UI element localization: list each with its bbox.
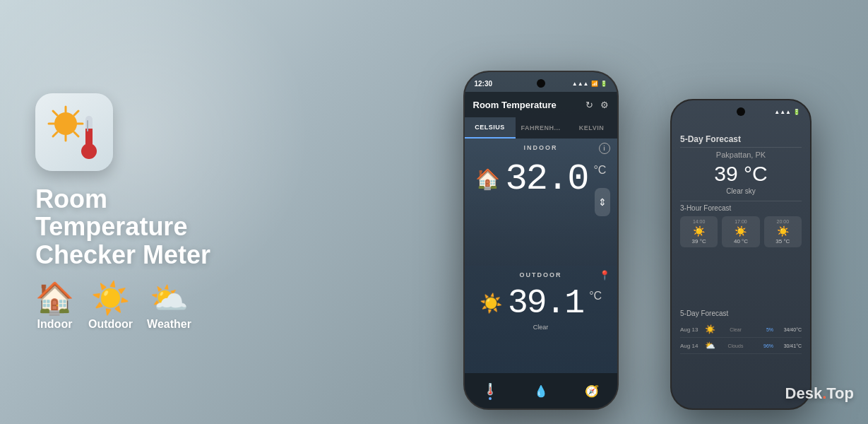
day-icon-1: ☀️ <box>705 324 715 334</box>
back-phone-screen: ▲▲▲ 🔋 5-Day Forecast Pakpattan, PK 39 °C… <box>672 100 810 408</box>
day-temps-2: 30/41°C <box>773 343 802 348</box>
nav-humidity[interactable]: 💧 <box>516 373 566 408</box>
sun-temp-icon: ☀️ <box>480 293 502 314</box>
hour-temp-1: 39 °C <box>692 238 706 245</box>
wifi-icon: 📶 <box>591 81 598 87</box>
info-button[interactable]: i <box>599 143 610 154</box>
compass-nav-icon: 🧭 <box>585 384 599 398</box>
app-header: Room Temperature ↻ ⚙ <box>465 92 617 117</box>
day-date-1: Aug 13 <box>680 326 705 333</box>
weather-icon: ⛅ <box>150 283 189 314</box>
app-header-title: Room Temperature <box>473 100 557 110</box>
home-temp-icon: 🏠 <box>475 167 500 191</box>
day-desc-2: Clouds <box>715 343 756 348</box>
app-title: Room Temperature Checker Meter <box>35 185 254 269</box>
app-icon <box>35 93 113 171</box>
unit-tabs: CELSIUS FAHRENH... KELVIN <box>465 117 617 139</box>
thermometer-nav-icon: 🌡️ <box>483 382 497 396</box>
hour-temp-3: 35 °C <box>775 238 790 245</box>
hour-time-1: 14:00 <box>693 219 706 224</box>
svg-rect-10 <box>85 129 93 144</box>
status-bar: 12:30 ▲▲▲ 📶 🔋 <box>465 72 617 92</box>
weather-label: Weather <box>147 318 191 331</box>
svg-line-8 <box>53 132 57 136</box>
fahrenheit-tab[interactable]: FAHRENH... <box>516 117 566 139</box>
main-phone: 12:30 ▲▲▲ 📶 🔋 Room Temperature ↻ ⚙ <box>463 71 619 410</box>
signal-icon: ▲▲▲ <box>572 81 589 87</box>
outdoor-icon: ☀️ <box>91 283 130 314</box>
outdoor-temperature: 39.1 <box>508 284 583 322</box>
kelvin-tab[interactable]: KELVIN <box>566 117 617 139</box>
five-day-title: 5-Day Forecast <box>680 310 802 317</box>
hour-item-2: 17:00 ☀️ 40 °C <box>722 216 759 247</box>
weather-feature: ⛅ Weather <box>147 283 191 331</box>
bottom-nav: 🌡️ 💧 🧭 <box>465 373 617 408</box>
svg-line-5 <box>53 111 57 115</box>
hour-icon-1: ☀️ <box>693 225 705 237</box>
watermark-text: Desk.Top <box>785 384 854 402</box>
forecast-condition: Clear sky <box>680 187 802 195</box>
outdoor-label: Outdoor <box>88 318 133 331</box>
forecast-current-temp: 39 °C <box>680 162 802 186</box>
main-phone-screen: 12:30 ▲▲▲ 📶 🔋 Room Temperature ↻ ⚙ <box>465 72 617 408</box>
forecast-divider2 <box>680 201 802 201</box>
app-header-actions: ↻ ⚙ <box>585 100 609 110</box>
day-icon-2: ⛅ <box>705 341 715 351</box>
status-icons: ▲▲▲ 📶 🔋 <box>572 81 607 87</box>
day-row-1: Aug 13 ☀️ Clear 5% 34/40°C <box>680 322 802 338</box>
hour-temp-2: 40 °C <box>734 238 748 245</box>
phones-section: 12:30 ▲▲▲ 📶 🔋 Room Temperature ↻ ⚙ <box>275 0 868 424</box>
day-desc-1: Clear <box>715 327 756 332</box>
forecast-location: Pakpattan, PK <box>680 151 802 159</box>
watermark: Desk.Top <box>785 384 854 403</box>
adjust-button[interactable]: ⇕ <box>595 188 610 216</box>
hour-time-3: 20:00 <box>777 219 790 224</box>
outdoor-unit: °C <box>589 284 602 302</box>
forecast-title: 5-Day Forecast <box>680 134 802 144</box>
day-percent-2: 96% <box>756 343 773 348</box>
battery-icon: 🔋 <box>600 81 607 87</box>
outdoor-temp-display: ☀️ 39.1 °C <box>465 278 617 328</box>
indoor-section: INDOOR i 🏠 32.0 °C ⇕ <box>465 139 617 266</box>
hour-time-2: 17:00 <box>735 219 747 224</box>
day-row-2: Aug 14 ⛅ Clouds 96% 30/41°C <box>680 338 802 354</box>
day-percent-1: 5% <box>756 327 773 332</box>
indoor-feature: 🏠 Indoor <box>35 283 74 331</box>
outdoor-section-label: OUTDOOR <box>465 266 617 278</box>
celsius-tab[interactable]: CELSIUS <box>465 117 516 139</box>
location-icon: 📍 <box>599 270 610 281</box>
thermometer-small-icon <box>76 114 102 160</box>
three-hour-title: 3-Hour Forecast <box>680 204 802 212</box>
nav-active-dot <box>489 397 492 400</box>
nav-thermometer[interactable]: 🌡️ <box>465 373 516 408</box>
hour-icon-2: ☀️ <box>735 225 747 237</box>
back-battery-icon: 🔋 <box>793 109 800 115</box>
back-status-icons: ▲▲▲ 🔋 <box>774 109 800 115</box>
indoor-label: Indoor <box>37 318 73 331</box>
three-hour-grid: 14:00 ☀️ 39 °C 17:00 ☀️ 40 °C 20:00 ☀️ <box>680 216 802 247</box>
main-content: Room Temperature Checker Meter 🏠 Indoor … <box>0 0 868 424</box>
five-day-section: 5-Day Forecast Aug 13 ☀️ Clear 5% 34/40°… <box>672 305 810 358</box>
back-signal-icon: ▲▲▲ <box>774 109 791 115</box>
indoor-section-label: INDOOR <box>465 139 617 151</box>
settings-icon[interactable]: ⚙ <box>600 100 609 110</box>
hour-item-3: 20:00 ☀️ 35 °C <box>764 216 802 247</box>
day-temps-1: 34/40°C <box>773 327 802 332</box>
hour-item-1: 14:00 ☀️ 39 °C <box>680 216 718 247</box>
indoor-temperature: 32.0 <box>506 158 588 200</box>
svg-rect-12 <box>87 120 88 131</box>
back-phone: ▲▲▲ 🔋 5-Day Forecast Pakpattan, PK 39 °C… <box>670 99 811 410</box>
outdoor-feature: ☀️ Outdoor <box>88 283 133 331</box>
svg-point-11 <box>81 143 97 159</box>
refresh-icon[interactable]: ↻ <box>585 100 593 110</box>
forecast-section: 5-Day Forecast Pakpattan, PK 39 °C Clear… <box>672 129 810 253</box>
hour-icon-3: ☀️ <box>777 225 789 237</box>
outdoor-section: OUTDOOR 📍 ☀️ 39.1 °C Clear <box>465 266 617 379</box>
outdoor-condition: Clear <box>465 324 617 331</box>
indoor-unit: °C <box>593 158 606 177</box>
forecast-divider1 <box>680 147 802 148</box>
nav-compass[interactable]: 🧭 <box>566 373 617 408</box>
status-time: 12:30 <box>475 80 493 88</box>
back-status-bar: ▲▲▲ 🔋 <box>672 100 810 120</box>
humidity-nav-icon: 💧 <box>534 384 548 398</box>
